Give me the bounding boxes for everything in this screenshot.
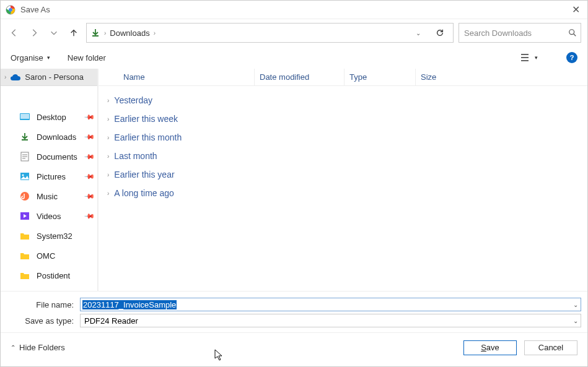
chevron-right-icon[interactable]: › xyxy=(4,74,6,80)
group-yesterday[interactable]: ›Yesterday xyxy=(103,91,587,110)
sidebar-item-label: Documents xyxy=(37,152,79,162)
filename-input[interactable]: 20231117_InvoiceSample ⌄ xyxy=(80,298,581,311)
search-icon xyxy=(568,28,577,37)
column-name[interactable]: Name xyxy=(118,69,255,85)
sidebar-item-postident[interactable]: Postident xyxy=(1,266,97,285)
folder-icon xyxy=(19,232,30,240)
recent-dropdown[interactable] xyxy=(46,25,61,40)
sidebar-item-downloads[interactable]: Downloads 📌 xyxy=(1,127,97,147)
refresh-button[interactable] xyxy=(431,28,449,37)
type-value: PDF24 Reader xyxy=(84,316,138,326)
group-earlier-this-week[interactable]: ›Earlier this week xyxy=(103,110,587,128)
hide-folders-button[interactable]: ⌃ Hide Folders xyxy=(11,343,65,352)
new-folder-button[interactable]: New folder xyxy=(68,53,106,63)
main-area: › Saron - Persona Desktop 📌 Downloads 📌 … xyxy=(1,69,587,291)
help-button[interactable]: ? xyxy=(566,52,577,63)
downloads-icon xyxy=(90,28,100,38)
group-label: A long time ago xyxy=(114,188,174,198)
sidebar-item-label: Postident xyxy=(37,271,94,280)
music-icon xyxy=(19,191,30,201)
filename-value: 20231117_InvoiceSample xyxy=(82,300,177,309)
column-headers: Name Date modified Type Size xyxy=(99,69,587,86)
chevron-right-icon: › xyxy=(107,97,109,104)
sidebar-item-documents[interactable]: Documents 📌 xyxy=(1,147,97,166)
save-label: ave xyxy=(486,343,499,352)
nav-row: › Downloads › ⌄ xyxy=(1,19,587,46)
column-size[interactable]: Size xyxy=(416,69,465,85)
save-button[interactable]: Save xyxy=(463,340,517,355)
sidebar-item-music[interactable]: Music 📌 xyxy=(1,186,97,206)
sidebar-item-videos[interactable]: Videos 📌 xyxy=(1,206,97,226)
search-input[interactable] xyxy=(464,28,568,38)
sidebar-item-label: Downloads xyxy=(37,132,79,142)
onedrive-icon xyxy=(10,74,21,81)
type-dropdown[interactable]: ⌄ xyxy=(573,317,578,324)
group-label: Last month xyxy=(114,151,157,161)
sidebar: › Saron - Persona Desktop 📌 Downloads 📌 … xyxy=(1,69,98,291)
type-label: Save as type: xyxy=(7,316,76,326)
group-label: Earlier this month xyxy=(114,132,182,142)
sidebar-item-label: Videos xyxy=(37,212,79,221)
chevron-right-icon: › xyxy=(107,116,109,123)
title-bar: Save As ✕ xyxy=(1,1,587,19)
address-bar[interactable]: › Downloads › ⌄ xyxy=(86,23,454,43)
column-date[interactable]: Date modified xyxy=(255,69,344,85)
organise-label: Organise xyxy=(11,53,43,63)
group-earlier-this-month[interactable]: ›Earlier this month xyxy=(103,128,587,147)
pictures-icon xyxy=(19,172,30,181)
up-button[interactable] xyxy=(66,25,81,40)
sidebar-item-label: OMC xyxy=(37,251,94,261)
pin-icon: 📌 xyxy=(83,170,95,182)
view-menu[interactable]: ▾ xyxy=(516,53,542,62)
chevron-right-icon: › xyxy=(107,134,109,141)
save-form: File name: 20231117_InvoiceSample ⌄ Save… xyxy=(1,291,587,332)
window-title: Save As xyxy=(20,5,569,14)
chevron-right-icon: › xyxy=(107,190,109,197)
svg-point-2 xyxy=(569,30,574,35)
sidebar-item-pictures[interactable]: Pictures 📌 xyxy=(1,166,97,186)
sidebar-item-desktop[interactable]: Desktop 📌 xyxy=(1,107,97,127)
folder-icon xyxy=(19,272,30,280)
address-dropdown[interactable]: ⌄ xyxy=(410,30,427,37)
breadcrumb-location[interactable]: Downloads xyxy=(110,28,149,38)
sidebar-current-label: Saron - Persona xyxy=(25,72,84,82)
sidebar-item-system32[interactable]: System32 xyxy=(1,226,97,246)
downloads-icon xyxy=(19,132,30,142)
caret-down-icon: ▾ xyxy=(535,54,538,61)
type-select[interactable]: PDF24 Reader ⌄ xyxy=(80,314,581,327)
group-a-long-time-ago[interactable]: ›A long time ago xyxy=(103,184,587,202)
chevron-right-icon: › xyxy=(107,153,109,160)
search-box[interactable] xyxy=(459,23,581,43)
svg-rect-4 xyxy=(20,114,29,119)
group-label: Earlier this year xyxy=(114,170,174,179)
back-button[interactable] xyxy=(7,25,22,40)
sidebar-item-label: Desktop xyxy=(37,113,79,122)
toolbar: Organise ▾ New folder ▾ ? xyxy=(1,46,587,69)
sidebar-item-omc[interactable]: OMC xyxy=(1,246,97,266)
svg-point-7 xyxy=(22,175,24,176)
close-button[interactable]: ✕ xyxy=(569,4,582,15)
folder-icon xyxy=(19,252,30,260)
breadcrumb-sep: › xyxy=(104,30,106,37)
pin-icon: 📌 xyxy=(83,210,95,222)
sidebar-current-location[interactable]: › Saron - Persona xyxy=(1,69,97,86)
sidebar-item-label: Pictures xyxy=(37,172,79,181)
chrome-icon xyxy=(6,5,15,15)
cancel-button[interactable]: Cancel xyxy=(524,340,577,355)
file-pane: Name Date modified Type Size ›Yesterday … xyxy=(98,69,587,291)
organise-menu[interactable]: Organise ▾ xyxy=(11,53,50,63)
forward-button[interactable] xyxy=(27,25,42,40)
column-type[interactable]: Type xyxy=(344,69,416,85)
caret-down-icon: ▾ xyxy=(47,54,50,61)
group-earlier-this-year[interactable]: ›Earlier this year xyxy=(103,165,587,184)
pin-icon: 📌 xyxy=(83,131,95,142)
filename-dropdown[interactable]: ⌄ xyxy=(573,301,578,308)
group-label: Earlier this week xyxy=(114,114,178,124)
breadcrumb-sep: › xyxy=(154,30,156,37)
footer: ⌃ Hide Folders Save Cancel xyxy=(1,332,587,362)
videos-icon xyxy=(19,212,30,220)
group-last-month[interactable]: ›Last month xyxy=(103,147,587,165)
group-label: Yesterday xyxy=(114,95,152,105)
pin-icon: 📌 xyxy=(83,150,95,162)
pin-icon: 📌 xyxy=(83,111,95,123)
